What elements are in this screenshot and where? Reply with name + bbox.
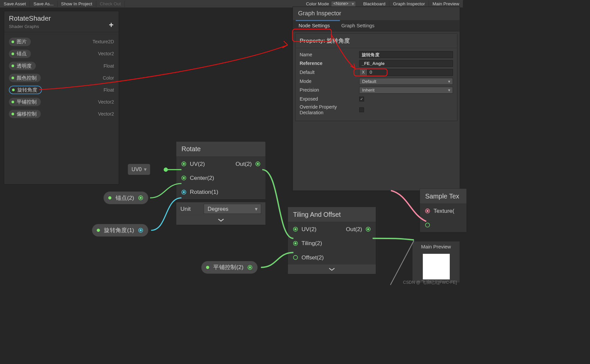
property-name: 偏移控制 bbox=[17, 111, 37, 117]
tiling-tiling-label: Tiling(2) bbox=[301, 240, 322, 247]
anchor-chip-port[interactable] bbox=[138, 195, 143, 200]
tiling-offset-label: Offset(2) bbox=[301, 254, 324, 261]
property-type: Float bbox=[104, 87, 114, 93]
property-pill[interactable]: 平铺控制 bbox=[9, 98, 41, 106]
check-out-button[interactable]: Check Out bbox=[96, 1, 125, 7]
precision-select[interactable]: Inherit bbox=[359, 87, 453, 94]
save-as-button[interactable]: Save As... bbox=[30, 1, 58, 7]
mode-select[interactable]: Default bbox=[359, 78, 453, 85]
preview-image bbox=[423, 254, 450, 279]
sample-uv-port[interactable] bbox=[425, 223, 430, 227]
property-pill[interactable]: 锚点 bbox=[9, 50, 31, 58]
tab-node-settings[interactable]: Node Settings bbox=[293, 20, 335, 32]
property-name: 锚点 bbox=[17, 50, 27, 57]
rotate-collapse-button[interactable] bbox=[176, 215, 266, 225]
tiling-node[interactable]: Tiling And Offset UV(2) Out(2) Tiling(2)… bbox=[288, 207, 376, 274]
out-port[interactable] bbox=[256, 162, 260, 166]
tab-graph-settings[interactable]: Graph Settings bbox=[335, 20, 380, 32]
property-pill[interactable]: 偏移控制 bbox=[9, 110, 41, 118]
property-name: 透明度 bbox=[17, 63, 32, 69]
property-row-1[interactable]: 锚点Vector2 bbox=[9, 48, 114, 60]
override-checkbox[interactable] bbox=[359, 108, 364, 112]
tiling-node-title: Tiling And Offset bbox=[288, 207, 376, 222]
blackboard-button[interactable]: Blackboard bbox=[359, 1, 389, 7]
sample-texture-node[interactable]: Sample Tex Texture( bbox=[420, 188, 467, 232]
property-type: Color bbox=[103, 75, 114, 81]
rotation-input-port[interactable] bbox=[182, 190, 186, 194]
default-field[interactable] bbox=[367, 69, 453, 76]
property-name: 旋转角度 bbox=[17, 87, 37, 93]
property-dot-icon bbox=[12, 89, 15, 91]
property-type: Vector2 bbox=[98, 99, 114, 105]
tile-chip[interactable]: 平铺控制(2) bbox=[201, 261, 258, 274]
tiling-collapse-button[interactable] bbox=[288, 264, 376, 274]
inspector-tabs: Node Settings Graph Settings bbox=[293, 20, 460, 32]
tiling-out-port[interactable] bbox=[366, 227, 370, 231]
property-name: 平铺控制 bbox=[17, 99, 37, 105]
unit-select[interactable]: Degrees bbox=[204, 204, 262, 214]
property-dot-icon bbox=[12, 101, 14, 103]
angle-chip-label: 旋转角度(1) bbox=[104, 226, 134, 234]
exposed-checkbox[interactable]: ✓ bbox=[359, 97, 364, 101]
uv-input-label: UV(2) bbox=[190, 161, 205, 167]
main-preview-title: Main Preview bbox=[412, 241, 460, 252]
rotate-node[interactable]: Rotate UV(2) Out(2) Center(2) Rotation(1… bbox=[176, 142, 266, 225]
angle-chip-port[interactable] bbox=[138, 228, 143, 232]
blackboard-subtitle: Shader Graphs bbox=[9, 24, 114, 29]
property-row-2[interactable]: 透明度Float bbox=[9, 60, 114, 72]
tile-chip-port[interactable] bbox=[248, 265, 252, 270]
tiling-offset-port[interactable] bbox=[293, 255, 298, 260]
add-property-button[interactable]: + bbox=[109, 21, 114, 30]
color-mode-select[interactable]: <None> bbox=[331, 1, 356, 7]
angle-chip[interactable]: 旋转角度(1) bbox=[92, 224, 148, 237]
property-pill[interactable]: 颜色控制 bbox=[9, 74, 41, 82]
property-pill[interactable]: 旋转角度 bbox=[9, 86, 42, 94]
uv0-chip-port[interactable] bbox=[164, 168, 168, 172]
default-x-label: X bbox=[359, 69, 367, 76]
property-pill[interactable]: 透明度 bbox=[9, 62, 36, 70]
rotate-node-title: Rotate bbox=[176, 142, 266, 157]
anchor-chip[interactable]: 锚点(2) bbox=[104, 191, 148, 204]
property-name: 颜色控制 bbox=[17, 75, 37, 81]
precision-label: Precision bbox=[299, 88, 359, 93]
main-preview-panel[interactable]: Main Preview bbox=[412, 241, 460, 283]
blackboard-title: RotateShader bbox=[9, 14, 114, 22]
property-pill[interactable]: 图片 bbox=[9, 38, 31, 46]
blackboard-panel: RotateShader Shader Graphs + 图片Texture2D… bbox=[4, 11, 119, 184]
reference-label: Reference bbox=[299, 61, 359, 66]
property-type: Float bbox=[104, 63, 114, 69]
property-dot-icon bbox=[12, 65, 14, 67]
uv-input-port[interactable] bbox=[182, 162, 186, 166]
graph-inspector-button[interactable]: Graph Inspector bbox=[389, 1, 429, 7]
property-row-5[interactable]: 平铺控制Vector2 bbox=[9, 96, 114, 108]
property-row-3[interactable]: 颜色控制Color bbox=[9, 72, 114, 84]
sample-tex-port[interactable] bbox=[425, 208, 430, 213]
tiling-out-label: Out(2) bbox=[346, 226, 362, 232]
unit-label: Unit bbox=[181, 205, 191, 212]
color-mode-label: Color Mode bbox=[306, 1, 329, 7]
tiling-uv-port[interactable] bbox=[293, 227, 298, 231]
center-input-port[interactable] bbox=[182, 176, 186, 180]
graph-inspector-panel: Graph Inspector Node Settings Graph Sett… bbox=[293, 7, 460, 191]
property-row-0[interactable]: 图片Texture2D bbox=[9, 36, 114, 48]
inspector-title: Graph Inspector bbox=[293, 7, 460, 20]
save-asset-button[interactable]: Save Asset bbox=[0, 1, 30, 7]
main-preview-button[interactable]: Main Preview bbox=[429, 1, 463, 7]
watermark: CSDN @ 飞浪纪元[FWC-FE] bbox=[403, 280, 457, 285]
tile-chip-label: 平铺控制(2) bbox=[213, 263, 243, 271]
sample-tex-label: Texture( bbox=[433, 207, 454, 214]
exposed-label: Exposed bbox=[299, 96, 359, 102]
show-in-project-button[interactable]: Show In Project bbox=[57, 1, 96, 7]
uv0-chip[interactable]: UV0 bbox=[128, 164, 150, 175]
property-row-4[interactable]: 旋转角度Float bbox=[9, 84, 114, 96]
reference-field[interactable] bbox=[359, 60, 453, 67]
property-type: Vector2 bbox=[98, 111, 114, 117]
tiling-tiling-port[interactable] bbox=[293, 241, 298, 246]
mode-label: Mode bbox=[299, 79, 359, 84]
property-dot-icon bbox=[12, 53, 14, 55]
name-field[interactable] bbox=[359, 51, 453, 58]
default-label: Default bbox=[299, 70, 359, 75]
override-label: Override Property Declaration bbox=[299, 104, 359, 116]
property-row-6[interactable]: 偏移控制Vector2 bbox=[9, 108, 114, 120]
property-type: Vector2 bbox=[98, 51, 114, 56]
